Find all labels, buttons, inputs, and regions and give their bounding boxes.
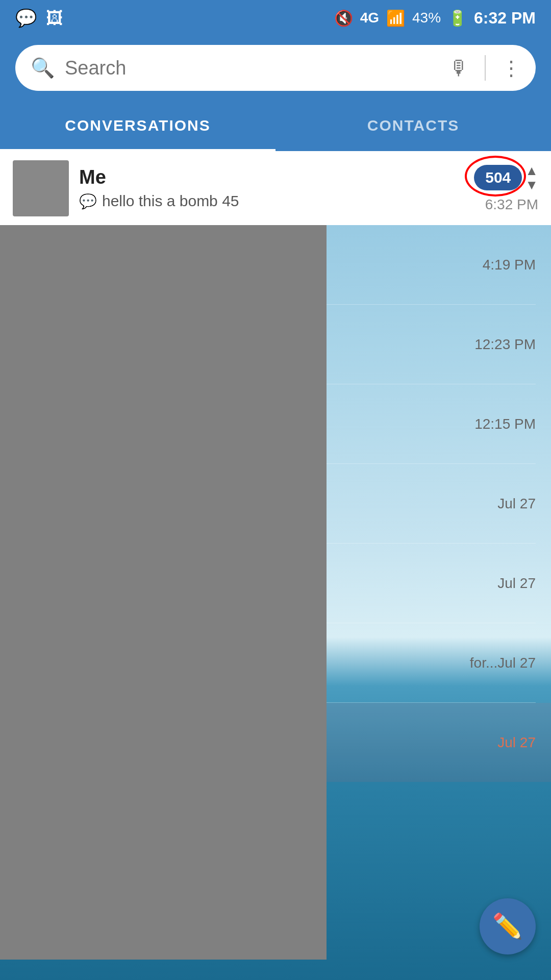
badge-arrows: ▲ ▼ (525, 164, 538, 191)
preview-msg-icon: 💬 (79, 193, 97, 210)
status-bar: 💬 🖼 🔇 4G 📶 43% 🔋 6:32 PM (0, 0, 551, 36)
badge-wrapper: 504 ▲ ▼ (474, 164, 538, 191)
conv-right: 504 ▲ ▼ 6:32 PM (474, 164, 538, 213)
app-container: 💬 🖼 🔇 4G 📶 43% 🔋 6:32 PM 🔍 🎙 ⋮ CONVERSAT… (0, 0, 551, 980)
signal-icon: 📶 (386, 9, 405, 27)
mute-icon: 🔇 (334, 9, 353, 27)
arrow-up-icon[interactable]: ▲ (525, 164, 538, 177)
conv-time-row5: Jul 27 (497, 496, 536, 512)
conversation-item-me[interactable]: Me 💬 hello this a bomb 45 504 ▲ ▼ (0, 151, 551, 225)
more-options-icon[interactable]: ⋮ (501, 56, 520, 80)
conv-time-row6: Jul 27 (497, 575, 536, 592)
conv-time-row3: 12:23 PM (474, 336, 536, 353)
conv-preview-row7: for... (470, 655, 497, 671)
conv-info: Me 💬 hello this a bomb 45 (69, 166, 474, 210)
gray-overlay (0, 225, 327, 960)
search-bar[interactable]: 🔍 🎙 ⋮ (15, 45, 536, 91)
conversations-area: Me 💬 hello this a bomb 45 504 ▲ ▼ (0, 151, 551, 980)
conv-time-row7: Jul 27 (497, 655, 536, 671)
conv-time-row8: Jul 27 (497, 734, 536, 751)
battery-percent: 43% (412, 10, 441, 26)
sms-icon: 💬 (15, 8, 37, 28)
conv-time-row4: 12:15 PM (474, 416, 536, 432)
mic-icon[interactable]: 🎙 (449, 57, 469, 80)
search-input[interactable] (65, 57, 439, 79)
arrow-down-icon[interactable]: ▼ (525, 178, 538, 191)
search-icon: 🔍 (31, 57, 55, 79)
battery-icon: 🔋 (448, 9, 467, 27)
lte-icon: 4G (360, 10, 379, 26)
avatar (13, 160, 69, 216)
search-bar-container: 🔍 🎙 ⋮ (0, 36, 551, 100)
conv-time: 6:32 PM (485, 197, 538, 213)
compose-fab[interactable]: ✏️ (480, 898, 536, 954)
tab-conversations[interactable]: CONVERSATIONS (0, 100, 276, 151)
conv-time-row2: 4:19 PM (483, 257, 536, 273)
image-icon: 🖼 (46, 8, 63, 28)
conv-preview-text: hello this a bomb 45 (102, 192, 239, 210)
search-divider (485, 55, 486, 81)
tabs-container: CONVERSATIONS CONTACTS (0, 100, 551, 151)
conv-name: Me (79, 166, 464, 188)
compose-icon: ✏️ (492, 912, 523, 941)
time-display: 6:32 PM (474, 9, 536, 28)
badge-container: 504 (474, 165, 522, 190)
tab-contacts[interactable]: CONTACTS (276, 100, 551, 151)
conv-preview: 💬 hello this a bomb 45 (79, 192, 464, 210)
unread-badge: 504 (474, 165, 522, 190)
